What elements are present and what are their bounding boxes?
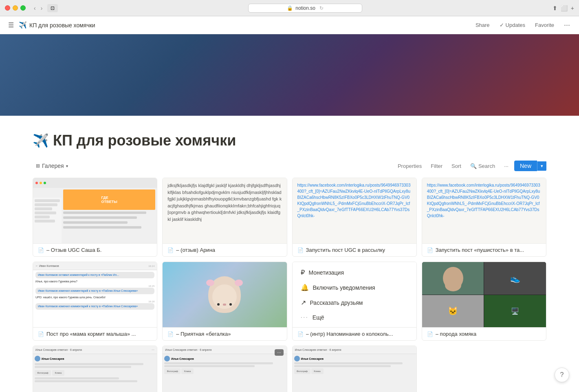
properties-button[interactable]: Properties [394,161,425,171]
card-preview [163,262,286,327]
card-footer: 📄 – (интр) Напоминание о колоколь... [293,327,416,340]
card-screenshot-sim: ГДЕОТВЕТЫ [33,178,157,243]
properties-label: Properties [398,163,422,169]
card-overlay-dots[interactable]: ··· [275,349,283,356]
share-icon: ↗ [301,299,306,306]
card-preview: ← Иван Колпаков16:14 Иван Колпаков остав… [33,262,157,327]
gallery-icon: ⊞ [36,163,40,169]
share-window-button[interactable]: ⬆ [553,5,557,11]
page-header: ✈️ КП для розовые хомячки [33,132,546,149]
card-title: – порода хомяка [436,331,476,337]
page-title: КП для розовые хомячки [53,132,236,149]
share-button[interactable]: Share [473,21,492,29]
card-preview: Илья Слюсарев ответил · 6 апреля Илья Сл… [163,346,286,392]
minimize-traffic-light[interactable] [13,5,18,11]
page-header-icon: ✈️ [33,133,49,148]
card-preview: Илья Слюсарев ответил · 6 апреля Илья Сл… [293,346,416,392]
doc-icon: 📄 [167,331,174,337]
search-button[interactable]: 🔍 Search [467,161,498,171]
new-button-arrow[interactable]: ▾ [537,161,546,171]
lock-icon: 🔒 [287,5,293,11]
gallery-card[interactable]: Илья Слюсарев ответил · 6 апреля ⋯ Илья … [33,346,157,392]
gallery-card[interactable]: ₽ Монетизация 🔔 Включить уведомления ↗ Р… [292,262,417,341]
gallery-card[interactable]: ← Иван Колпаков16:14 Иван Колпаков остав… [33,262,157,341]
gallery-card[interactable]: 👟 🐱 🖥️ 📄 – порода хомяка [422,262,546,341]
new-tab-button[interactable]: + [571,5,574,11]
doc-icon: 📄 [38,247,44,253]
more-options-button[interactable]: ··· [561,20,572,31]
address-bar-wrap: 🔒 notion.so ↻ [61,4,549,13]
page-icon-title: ✈️ КП для розовые хомячки [19,21,95,29]
new-btn-wrap: New ▾ [514,161,546,171]
view-label: Галерея [42,163,64,169]
sort-button[interactable]: Sort [448,161,465,171]
search-label: Search [478,163,495,169]
card-title: – Отзыв UGC Саша Б. [46,247,101,253]
gallery-card[interactable]: 📄 – Приятная «бегалка» [162,262,287,341]
favorite-button[interactable]: Favorite [533,21,557,29]
back-button[interactable]: ‹ [32,4,37,12]
help-label: ? [560,371,564,379]
card-footer: 📄 – (отзыв) Арина [163,243,286,256]
card-preview: ГДЕОТВЕТЫ [33,178,157,243]
card-title: Пост про «мама кормит малыша» ... [46,331,136,337]
split-view-button[interactable]: ⬜ [561,5,568,11]
gallery-card[interactable]: Илья Слюсарев ответил · 6 апреля Илья Сл… [162,346,287,392]
url-text: notion.so [295,5,315,11]
help-button[interactable]: ? [555,368,569,382]
doc-icon: 📄 [297,331,304,337]
card-screenshot-sim: Илья Слюсарев ответил · 6 апреля Илья Сл… [163,346,286,392]
doc-icon: 📄 [427,331,433,337]
ellipsis-icon: ··· [301,314,308,321]
topbar-left: ☰ ✈️ КП для розовые хомячки [7,20,470,31]
card-title: – Приятная «бегалка» [176,331,231,337]
card-title: – (интр) Напоминание о колоколь... [306,331,393,337]
gallery-card[interactable]: ГДЕОТВЕТЫ 📄 – Отзыв UGC Саша Б. [33,178,157,257]
gallery-view-button[interactable]: ⊞ Галерея ▾ [33,161,71,171]
hero-banner [0,34,579,116]
topbar-page-title: КП для розовые хомячки [29,22,95,29]
gallery-card[interactable]: https://www.facebook.com/interlogika.ru/… [292,178,417,257]
menu-label: Ещё [313,314,324,321]
more-toolbar-button[interactable]: ··· [501,161,512,171]
menu-item-share: ↗ Рассказать друзьям [301,299,375,306]
search-icon: 🔍 [470,163,477,169]
traffic-lights [5,5,26,11]
card-preview-text: https://www.facebook.com/interlogika.ru/… [293,178,416,243]
gallery-card[interactable]: jdksjfkljasdkjfjs klajdfgkl jaskljf kjas… [162,178,287,257]
gallery-card[interactable]: Илья Слюсарев ответил · 6 апреля Илья Сл… [292,346,417,392]
reload-icon[interactable]: ↻ [319,5,324,11]
updates-button[interactable]: ✓ Updates [497,21,528,29]
card-preview: 👟 🐱 🖥️ [422,262,546,327]
forward-button[interactable]: › [39,4,44,12]
updates-label: Updates [506,22,525,28]
card-footer: 📄 – Приятная «бегалка» [163,327,286,340]
card-screenshot-sim: Илья Слюсарев ответил · 6 апреля ⋯ Илья … [33,346,157,392]
topbar-right: Share ✓ Updates Favorite ··· [473,20,572,31]
notion-topbar: ☰ ✈️ КП для розовые хомячки Share ✓ Upda… [0,16,579,34]
sort-label: Sort [451,163,461,169]
card-footer: 📄 Запустить пост UGC в рассылку [293,243,416,256]
page-icon-small: ✈️ [19,21,27,29]
nav-arrows: ‹ › [32,4,44,12]
card-preview: jdksjfkljasdkjfjs klajdfgkl jaskljf kjas… [163,178,286,243]
card-footer: 📄 – Отзыв UGC Саша Б. [33,243,157,256]
card-preview: Илья Слюсарев ответил · 6 апреля ⋯ Илья … [33,346,157,392]
filter-button[interactable]: Filter [427,161,446,171]
sidebar-toggle-button[interactable]: ☰ [7,20,15,31]
address-bar[interactable]: 🔒 notion.so ↻ [248,4,362,13]
menu-label: Рассказать друзьям [310,300,363,306]
favorite-label: Favorite [535,22,554,28]
window-chrome: ‹ › ⊡ 🔒 notion.so ↻ ⬆ ⬜ + [0,0,579,16]
close-traffic-light[interactable] [5,5,10,11]
gallery-card[interactable]: https://www.facebook.com/interlogika.ru/… [422,178,546,257]
card-menu-preview: ₽ Монетизация 🔔 Включить уведомления ↗ Р… [293,262,383,327]
card-footer: 📄 Запустить пост «пушистость» в та... [422,243,546,256]
tab-view-button[interactable]: ⊡ [47,4,58,12]
card-preview-text: https://www.facebook.com/interlogika.ru/… [422,178,546,243]
filter-label: Filter [431,163,443,169]
new-button[interactable]: New [514,161,537,171]
view-chevron-icon: ▾ [66,164,68,168]
card-preview: ₽ Монетизация 🔔 Включить уведомления ↗ Р… [293,262,416,327]
maximize-traffic-light[interactable] [20,5,26,11]
